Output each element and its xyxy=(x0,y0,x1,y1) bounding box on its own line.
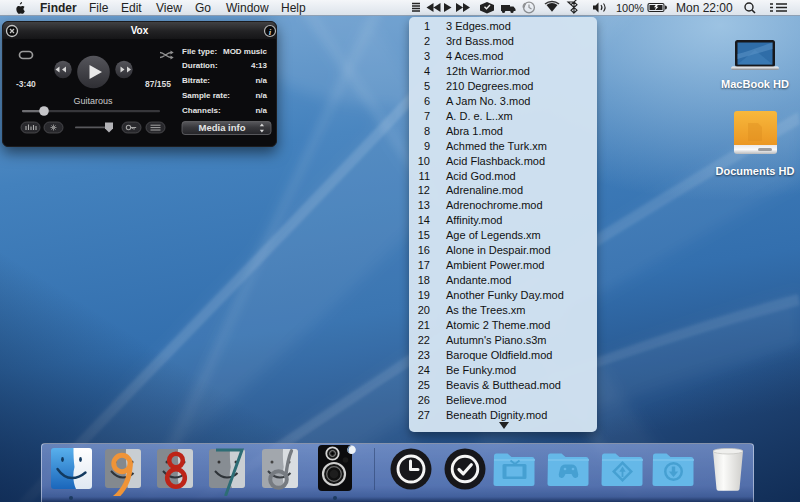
svg-text:Guitarous: Guitarous xyxy=(73,96,113,106)
svg-text:Channels:: Channels: xyxy=(182,106,221,115)
svg-text:MOD music: MOD music xyxy=(223,47,268,56)
svg-text:100%: 100% xyxy=(616,2,644,14)
svg-text:Duration:: Duration: xyxy=(182,61,218,70)
svg-text:Bitrate:: Bitrate: xyxy=(182,76,210,85)
svg-text:File type:: File type: xyxy=(182,47,217,56)
svg-text:n/a: n/a xyxy=(255,91,267,100)
svg-text:Media info: Media info xyxy=(199,122,246,133)
svg-text:Mon 22:00: Mon 22:00 xyxy=(676,1,733,15)
svg-text:4:13: 4:13 xyxy=(251,61,268,70)
svg-text:87/155: 87/155 xyxy=(145,79,171,89)
svg-text:n/a: n/a xyxy=(255,76,267,85)
svg-text:-3:40: -3:40 xyxy=(16,79,36,89)
svg-text:Sample rate:: Sample rate: xyxy=(182,91,230,100)
svg-text:n/a: n/a xyxy=(255,106,267,115)
